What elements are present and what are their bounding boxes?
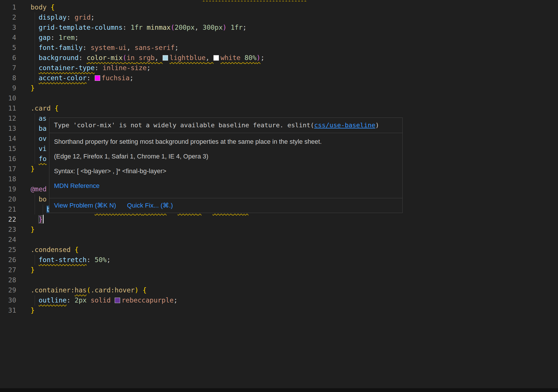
hover-documentation: Shorthand property for setting most back…: [49, 133, 402, 198]
indent-guide: [35, 73, 35, 83]
code-line-content: font-family: system-ui, sans-serif;: [31, 43, 178, 53]
code-token: [143, 24, 147, 31]
code-token: (: [123, 54, 127, 61]
indent-guide: [35, 124, 35, 134]
code-line[interactable]: 25.condensed {: [0, 245, 558, 255]
eslint-rule-link[interactable]: css/use-baseline: [314, 122, 375, 129]
hover-actions-bar: View Problem (⌘K N) Quick Fix... (⌘.): [49, 198, 402, 213]
code-token: }: [31, 165, 35, 173]
code-token: [241, 54, 245, 61]
code-line[interactable]: 5 font-family: system-ui, sans-serif;: [0, 43, 558, 53]
code-token: .container: [31, 286, 70, 294]
code-line-content: }: [31, 305, 35, 316]
code-token: [159, 54, 163, 61]
code-token: white: [220, 54, 240, 61]
code-token: [111, 296, 115, 304]
line-number: 6: [0, 53, 16, 63]
color-swatch[interactable]: [213, 55, 219, 61]
code-token: :: [51, 34, 55, 41]
line-number: 9: [0, 83, 16, 93]
code-token: fuchsia: [102, 74, 130, 82]
code-token: 200px: [175, 24, 195, 31]
code-line-content: @med: [31, 184, 46, 194]
line-number: 28: [0, 275, 16, 285]
code-token: :: [70, 286, 75, 294]
line-number: 29: [0, 285, 16, 295]
code-line-content: body {: [31, 2, 55, 12]
code-line[interactable]: 22 }: [0, 214, 558, 225]
code-line[interactable]: 27}: [0, 265, 558, 275]
quick-fix-button[interactable]: Quick Fix... (⌘.): [127, 202, 173, 209]
code-token: [83, 54, 87, 61]
code-token: 300px: [203, 24, 223, 31]
code-token: 1rem: [59, 34, 75, 41]
code-line-content: font-stretch: 50%;: [31, 255, 111, 265]
diagnostic-text-suffix: ): [375, 122, 379, 129]
line-number: 3: [0, 23, 16, 33]
code-line-content: vi: [31, 144, 46, 154]
color-swatch[interactable]: [95, 75, 100, 81]
code-token: {: [75, 246, 79, 253]
code-token: accent-color: [39, 74, 87, 82]
diagnostic-text: Type 'color-mix' is not a widely availab…: [54, 122, 314, 129]
code-token: ba: [39, 125, 47, 132]
code-line[interactable]: 31}: [0, 305, 558, 316]
code-token: ov: [39, 135, 47, 142]
code-line-content: }: [31, 214, 44, 225]
code-token: font-family: [39, 44, 83, 51]
code-token: :hover: [111, 286, 135, 294]
code-line[interactable]: 2 display: grid;: [0, 12, 558, 23]
code-token: as: [39, 115, 47, 122]
code-line[interactable]: 8 accent-color: fuchsia;: [0, 73, 558, 83]
code-token: fo: [39, 155, 47, 163]
code-line[interactable]: 7 container-type: inline-size;: [0, 63, 558, 73]
code-line-content: fo: [31, 154, 46, 164]
code-line-content: .container:has(.card:hover) {: [31, 285, 147, 295]
code-line[interactable]: 4 gap: 1rem;: [0, 33, 558, 43]
code-token: lightblue: [170, 54, 206, 61]
code-line[interactable]: 30 outline: 2px solid rebeccapurple;: [0, 295, 558, 305]
code-token: }: [31, 84, 35, 92]
line-number: 4: [0, 33, 16, 43]
code-token: ): [135, 286, 139, 294]
color-swatch[interactable]: [115, 298, 120, 303]
code-line[interactable]: 28: [0, 275, 558, 285]
code-token: ;: [130, 74, 134, 82]
line-number: 5: [0, 43, 16, 53]
code-token: body: [31, 3, 46, 11]
code-token: bo: [39, 195, 47, 203]
mdn-reference-link[interactable]: MDN Reference: [54, 182, 100, 189]
view-problem-button[interactable]: View Problem (⌘K N): [54, 202, 116, 209]
color-swatch[interactable]: [163, 55, 168, 61]
code-token: system-ui: [91, 44, 127, 51]
code-line[interactable]: 9}: [0, 83, 558, 93]
code-line[interactable]: 11.card {: [0, 103, 558, 113]
code-token: display: [39, 14, 67, 21]
line-number: 7: [0, 63, 16, 73]
code-token: {: [51, 3, 55, 11]
line-number: 30: [0, 295, 16, 305]
code-token: [199, 24, 203, 31]
code-token: grid: [75, 14, 90, 21]
code-line[interactable]: 6 background: color-mix(in srgb, lightbl…: [0, 53, 558, 63]
line-number: 13: [0, 124, 16, 134]
code-line[interactable]: 10: [0, 93, 558, 103]
code-line[interactable]: 29.container:has(.card:hover) {: [0, 285, 558, 295]
code-line-content: }: [31, 164, 35, 174]
code-line[interactable]: 26 font-stretch: 50%;: [0, 255, 558, 265]
code-token: ;: [75, 34, 79, 41]
code-line[interactable]: 1body {: [0, 2, 558, 12]
code-token: :: [67, 14, 71, 21]
code-line[interactable]: 3 grid-template-columns: 1fr minmax(200p…: [0, 23, 558, 33]
code-line[interactable]: 24: [0, 235, 558, 245]
code-token: ;: [91, 14, 95, 21]
code-token: @med: [31, 185, 46, 193]
line-number: 21: [0, 204, 16, 214]
line-number: 11: [0, 103, 16, 113]
indent-guide: [35, 295, 35, 305]
indent-guide: [35, 33, 35, 43]
line-number: 23: [0, 225, 16, 235]
code-line-content: background: color-mix(in srgb, lightblue…: [31, 53, 265, 63]
code-line[interactable]: 23}: [0, 225, 558, 235]
code-token: font-stretch: [39, 256, 87, 264]
